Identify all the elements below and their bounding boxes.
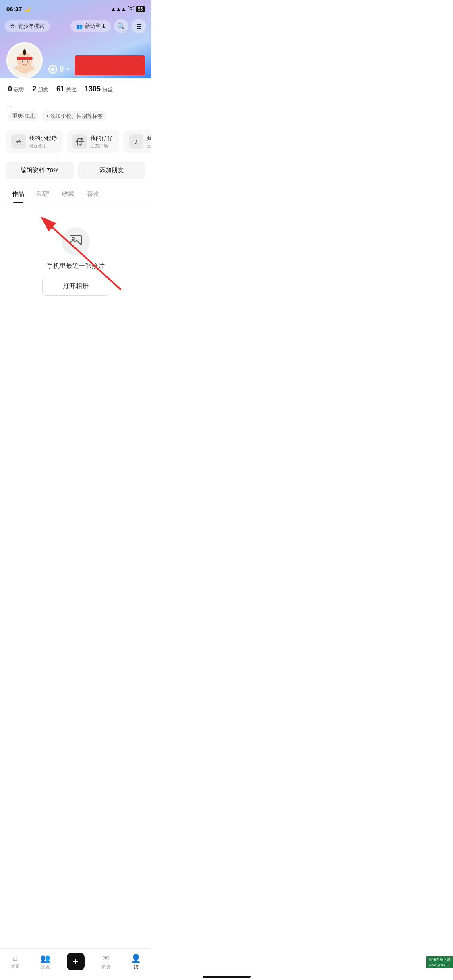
mini-sub-1: 朋友广场 [90, 143, 113, 149]
mini-icon-2: ♪ [129, 134, 143, 149]
teen-mode-button[interactable]: ⛑ 青少年模式 [5, 20, 50, 32]
header-right-icons: 🔍 ☰ [114, 19, 146, 33]
tab-private-label: 私密 [37, 190, 49, 197]
empty-content: 手机里最近一张照片 打开相册 [0, 203, 151, 312]
menu-button[interactable]: ☰ [132, 19, 146, 33]
profile-level: 0 ▼ [48, 65, 70, 74]
svg-rect-2 [17, 57, 33, 60]
mini-program-item-1[interactable]: 仔 我的仔仔 朋友广场 [67, 130, 119, 153]
header-nav: ⛑ 青少年模式 👥 新访客 1 🔍 ☰ [0, 16, 151, 38]
status-bar: 06:37 🌙 ▲▲▲ 56 [0, 0, 151, 16]
avatar-inner [8, 43, 41, 77]
teen-mode-icon: ⛑ [10, 23, 16, 29]
page-wrapper: 06:37 🌙 ▲▲▲ 56 ⛑ 青少年模式 👥 [0, 0, 151, 327]
stat-friends-num: 2 [32, 85, 36, 93]
add-tag-button[interactable]: + 添加学校、性别等标签 [42, 111, 107, 121]
visitor-icon: 👥 [76, 23, 83, 29]
mini-text-0: 我的小程序 最近使用 [29, 135, 57, 149]
tab-favorites-label: 收藏 [62, 190, 74, 197]
search-icon: 🔍 [117, 23, 125, 30]
stat-followers-label: 粉丝 [102, 86, 113, 93]
stat-friends[interactable]: 2 朋友 [32, 85, 48, 93]
stat-likes-label: 获赞 [14, 86, 24, 93]
svg-point-8 [19, 62, 21, 64]
stat-likes: 0 获赞 [8, 85, 24, 93]
tab-favorites[interactable]: 收藏 [56, 185, 81, 203]
mini-sub-0: 最近使用 [29, 143, 57, 149]
action-buttons: 编辑资料 70% 添加朋友 [0, 157, 151, 184]
edit-profile-button[interactable]: 编辑资料 70% [6, 162, 74, 179]
battery-icon: 56 [136, 6, 145, 12]
signal-icon: ▲▲▲ [111, 6, 126, 12]
tab-private[interactable]: 私密 [31, 185, 56, 203]
mini-sub-2: 已收 [147, 143, 151, 149]
mini-icon-0: ✳ [11, 134, 26, 149]
status-icons: ▲▲▲ 56 [111, 6, 145, 12]
stats-row: 0 获赞 2 朋友 61 关注 1305 粉丝 [0, 85, 151, 100]
stat-friends-label: 朋友 [38, 86, 48, 93]
visitor-label: 新访客 1 [85, 23, 105, 30]
svg-point-13 [72, 237, 74, 240]
mini-text-1: 我的仔仔 朋友广场 [90, 135, 113, 149]
level-value: 0 [60, 65, 64, 74]
stat-likes-num: 0 [8, 85, 12, 93]
location-tags: 重庆·江北 + 添加学校、性别等标签 [8, 111, 143, 121]
stat-following[interactable]: 61 关注 [56, 85, 77, 93]
level-circle [48, 65, 57, 74]
search-button[interactable]: 🔍 [114, 19, 128, 33]
add-tag-label: + 添加学校、性别等标签 [46, 113, 103, 120]
header-bg: 06:37 🌙 ▲▲▲ 56 ⛑ 青少年模式 👥 [0, 0, 151, 78]
add-friend-button[interactable]: 添加朋友 [78, 162, 146, 179]
profile-header: 0 ▼ [0, 38, 151, 78]
svg-point-6 [22, 60, 23, 62]
mini-icon-1: 仔 [72, 134, 87, 149]
mini-program-item-0[interactable]: ✳ 我的小程序 最近使用 [6, 130, 63, 153]
open-album-button[interactable]: 打开相册 [42, 277, 109, 296]
stat-following-label: 关注 [66, 86, 77, 93]
tab-likes-label: 喜欢 [87, 190, 99, 197]
mini-title-2: 我的 [147, 135, 151, 142]
mini-title-1: 我的仔仔 [90, 135, 113, 142]
svg-point-3 [23, 49, 26, 55]
tab-works[interactable]: 作品 [6, 185, 31, 203]
mini-programs-row: ✳ 我的小程序 最近使用 仔 我的仔仔 朋友广场 ♪ 我的 已收 [0, 126, 151, 157]
stat-followers[interactable]: 1305 粉丝 [85, 85, 113, 93]
bio-dot: 。 [8, 100, 143, 108]
empty-text: 手机里最近一张照片 [47, 262, 105, 270]
stat-following-num: 61 [56, 85, 64, 93]
photo-icon-wrap [62, 227, 90, 255]
mini-program-item-2[interactable]: ♪ 我的 已收 [123, 130, 151, 153]
wifi-icon [128, 6, 134, 12]
stat-followers-num: 1305 [85, 85, 101, 93]
add-friend-label: 添加朋友 [99, 167, 124, 173]
tab-likes[interactable]: 喜欢 [81, 185, 105, 203]
tabs: 作品 私密 收藏 喜欢 [0, 185, 151, 203]
bio-section: 。 重庆·江北 + 添加学校、性别等标签 [0, 100, 151, 126]
open-album-label: 打开相册 [63, 282, 89, 289]
dropdown-arrow-icon[interactable]: ▼ [66, 67, 70, 72]
svg-point-9 [27, 62, 29, 64]
edit-profile-label: 编辑资料 70% [21, 167, 58, 173]
moon-icon: 🌙 [24, 6, 30, 12]
avatar[interactable] [6, 42, 43, 78]
red-banner [75, 55, 145, 75]
teen-mode-label: 青少年模式 [18, 23, 44, 30]
menu-icon: ☰ [136, 23, 142, 30]
tab-works-label: 作品 [12, 190, 24, 197]
status-time: 06:37 [6, 6, 22, 12]
location-tag: 重庆·江北 [8, 111, 39, 121]
mini-title-0: 我的小程序 [29, 135, 57, 142]
visitor-button[interactable]: 👥 新访客 1 [70, 20, 111, 32]
content-area: 0 获赞 2 朋友 61 关注 1305 粉丝 。 重庆·江北 + 添加学校、 [0, 78, 151, 312]
level-dot [51, 68, 54, 71]
svg-point-7 [27, 60, 28, 62]
mini-text-2: 我的 已收 [147, 135, 151, 149]
photo-icon [69, 234, 82, 249]
